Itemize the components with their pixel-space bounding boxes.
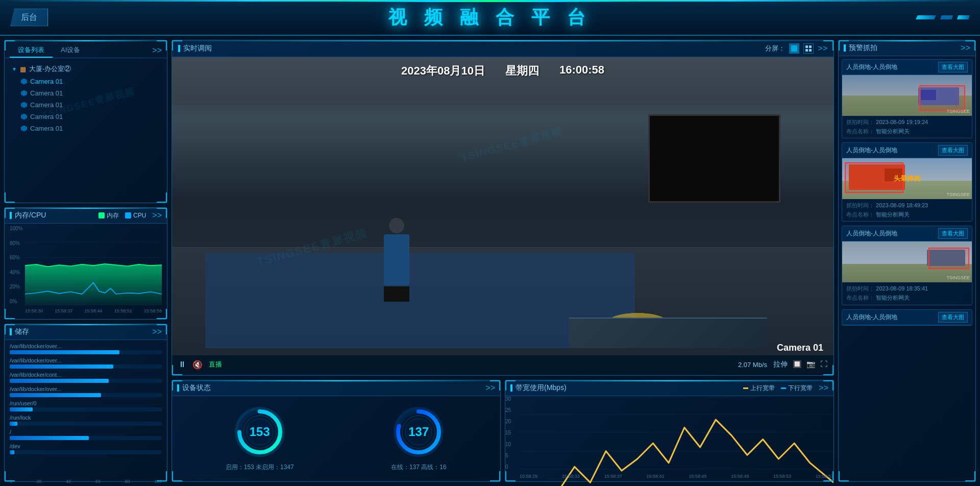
folder-icon: ▦: [20, 65, 26, 73]
camera-icon[interactable]: 📷: [806, 360, 815, 369]
bandwidth-panel: 带宽使用(Mbps) 上行宽带 下行宽带 >>: [505, 380, 834, 482]
x-label-1: 15:58:37: [55, 308, 72, 313]
bw-y-10: 10: [505, 442, 518, 447]
alert-caption-1: 头晕摔倒: [894, 174, 920, 183]
bw-y-15: 15: [505, 430, 518, 435]
bw-x-1: 15:58:33: [562, 474, 580, 479]
alert-header-2: 人员倒地-人员倒地 查看大图: [842, 226, 972, 241]
alert-time-row-1: 抓拍时间： 2023-08-09 18:49:23: [846, 201, 968, 210]
storage-item-2: /var/lib/docker/cont...: [10, 372, 162, 383]
bw-y-0: 0: [505, 464, 518, 470]
y-label-1: 80%: [10, 240, 23, 246]
tree-group-header[interactable]: ▼ ▦ 大厦-办公室②: [9, 62, 163, 76]
bandwidth-title: 带宽使用(Mbps): [510, 383, 567, 393]
storage-item-4: /run/user/0: [10, 400, 162, 411]
alert-time-0: 2023-08-09 19:19:24: [876, 119, 928, 125]
storage-label-4: /run/user/0: [10, 400, 162, 406]
alert-meta-2: 抓拍时间： 2023-08-09 18:35:41 布点名称： 智能分析网关: [842, 282, 972, 304]
video-controls: ⏸ 🔇 直播 2.07 Mb/s 拉伸 🔲 📷 ⛶: [172, 355, 834, 374]
memory-legend-label: 内存: [107, 211, 119, 220]
camera-label-4: Camera 01: [30, 125, 63, 132]
alert-items: 人员倒地-人员倒地 查看大图 TSINGSEE: [839, 56, 975, 479]
alert-time-label-0: 抓拍时间：: [846, 119, 874, 125]
axis-80: 80: [125, 479, 130, 484]
storage-item-7: /dev: [10, 443, 162, 454]
alert-loc-row-1: 布点名称： 智能分析网关: [846, 210, 968, 220]
alert-item-0: 人员倒地-人员倒地 查看大图 TSINGSEE: [842, 59, 972, 138]
split-btn-4[interactable]: [803, 43, 814, 54]
alert-view-btn-0[interactable]: 查看大图: [938, 62, 968, 72]
mute-button[interactable]: 🔇: [192, 360, 203, 370]
tree-group-name: 大厦-办公室②: [29, 64, 71, 74]
road-scene-0: TSINGSEE: [842, 75, 972, 116]
gauge-1: 153: [232, 404, 288, 460]
storage-label-7: /dev: [10, 443, 162, 449]
alert-loc-row-0: 布点名称： 智能分析网关: [846, 127, 968, 136]
alert-view-btn-1[interactable]: 查看大图: [938, 145, 968, 156]
alert-loc-row-2: 布点名称： 智能分析网关: [846, 294, 968, 303]
thumb-watermark-2: TSINGSEE: [946, 275, 970, 280]
tree-item-0[interactable]: Camera 01: [9, 76, 163, 87]
bandwidth-svg: [520, 396, 834, 486]
cpu-panel: 内存/CPU 内存 CPU >> 100% 80%: [4, 207, 167, 320]
cpu-chart-svg: [25, 226, 162, 305]
ctrl-icons: 拉伸 🔲 📷 ⛶: [773, 360, 827, 369]
road-scene-1: 头晕摔倒 TSINGSEE: [842, 158, 972, 199]
shield-icon-1: [21, 90, 27, 96]
alert-loc-label-1: 布点名称：: [846, 211, 874, 217]
storage-label-0: /var/lib/docker/over...: [10, 343, 162, 349]
down-legend: 下行宽带: [781, 384, 813, 393]
alert-view-btn-3[interactable]: 查看大图: [938, 312, 968, 323]
alert-meta-0: 抓拍时间： 2023-08-09 19:19:24 布点名称： 智能分析网关: [842, 116, 972, 138]
person-legs: [384, 286, 409, 302]
device-tabs: 设备列表 AI设备 >>: [5, 40, 167, 58]
screenshot-icon[interactable]: 🔲: [793, 360, 801, 369]
alert-panel: 预警抓拍 >> 人员倒地-人员倒地 查看大图: [838, 40, 976, 482]
y-label-3: 40%: [10, 270, 23, 275]
alert-box-0: [919, 85, 965, 111]
camera-label-3: Camera 01: [30, 113, 63, 120]
memory-legend-dot: [99, 212, 105, 218]
alert-panel-header: 预警抓拍 >>: [839, 40, 975, 56]
tree-item-3[interactable]: Camera 01: [9, 111, 163, 123]
tree-item-4[interactable]: Camera 01: [9, 123, 163, 134]
tab-device-list[interactable]: 设备列表: [10, 43, 53, 58]
storage-bar-bg-0: [10, 350, 162, 354]
svg-rect-7: [805, 45, 808, 48]
person-figure: [384, 218, 409, 295]
thumb-watermark-1: TSINGSEE: [946, 192, 970, 197]
storage-item-5: /run/lock: [10, 415, 162, 426]
bw-x-5: 15:58:49: [731, 474, 749, 479]
y-label-0: 100%: [10, 226, 23, 231]
tree-item-1[interactable]: Camera 01: [9, 87, 163, 99]
x-label-3: 15:58:51: [114, 308, 132, 313]
alert-item-2: 人员倒地-人员倒地 查看大图 TSINGSEE 抓拍时间：: [842, 226, 972, 305]
alert-time-2: 2023-08-09 18:35:41: [876, 285, 928, 291]
tree-item-2[interactable]: Camera 01: [9, 99, 163, 111]
desk-counter: [569, 318, 768, 348]
device-list-panel: 设备列表 AI设备 >> ▼ ▦ 大厦-办公室② Camera 01: [4, 40, 167, 203]
alert-loc-0: 智能分析网关: [876, 128, 910, 134]
gauge-2: 137: [390, 404, 447, 460]
room-scene: [172, 57, 834, 374]
bw-y-20: 20: [505, 419, 518, 424]
shield-icon-2: [21, 102, 27, 108]
storage-label-1: /var/lib/docker/over...: [10, 357, 162, 363]
bandwidth-chart: 30 25 20 15 10 5 0: [505, 396, 834, 479]
live-badge: 直播: [209, 360, 222, 369]
stretch-label: 拉伸: [773, 360, 788, 369]
shield-icon-0: [21, 79, 27, 85]
storage-label-2: /var/lib/docker/cont...: [10, 372, 162, 378]
app-title: 视 频 融 合 平 台: [388, 5, 592, 30]
split-controls: 分屏： >>: [765, 43, 827, 54]
split-1-icon: [791, 45, 798, 52]
axis-40: 40: [66, 479, 71, 484]
tab-ai-device[interactable]: AI设备: [53, 43, 88, 58]
split-btn-1[interactable]: [789, 43, 799, 54]
back-button[interactable]: 后台: [10, 9, 48, 27]
storage-panel-header: 储存 >>: [5, 324, 167, 340]
alert-view-btn-2[interactable]: 查看大图: [938, 228, 968, 239]
bw-x-2: 15:58:37: [604, 474, 622, 479]
road-scene-2: TSINGSEE: [842, 241, 972, 282]
y-axis-labels: 100% 80% 60% 40% 20% 0%: [10, 226, 23, 304]
